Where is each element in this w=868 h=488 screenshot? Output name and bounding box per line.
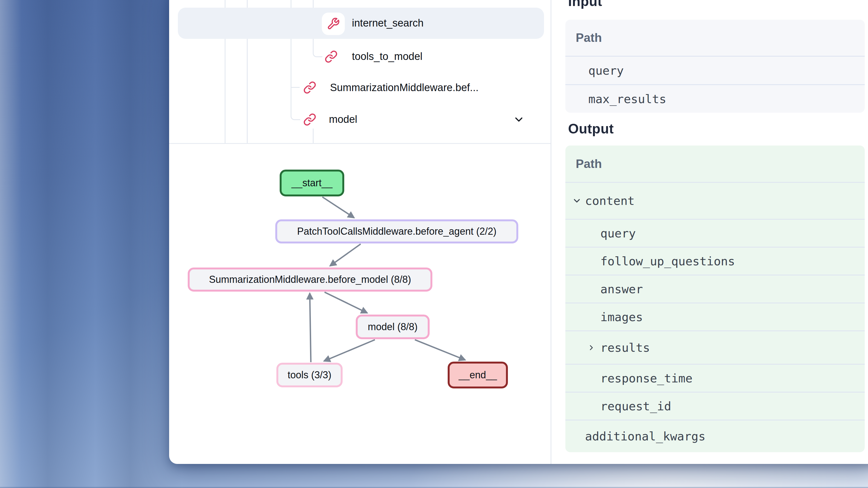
graph-edge — [324, 292, 367, 313]
tree-guide — [313, 129, 314, 143]
graph-edges — [169, 144, 551, 464]
tree-item-internet-search[interactable]: internet_search — [352, 8, 424, 38]
run-inspector-pane: Input Pathquerymax_results Output Pathco… — [551, 0, 868, 464]
table-row: response_time — [565, 364, 865, 392]
tree-item-tools-to-model[interactable]: tools_to_model — [352, 41, 423, 72]
window-content: internet_search tools_to_model S — [169, 0, 868, 464]
path-cell: additional_kwargs — [585, 429, 706, 443]
tree-item-summarization-middleware[interactable]: SummarizationMiddleware.bef... — [330, 72, 478, 103]
path-column-header: Path — [565, 20, 865, 56]
trace-tree: internet_search tools_to_model S — [169, 0, 551, 144]
path-cell: request_id — [600, 399, 671, 413]
chevron-right-icon[interactable] — [587, 344, 595, 352]
table-row[interactable]: results — [565, 330, 865, 364]
table-row: query — [565, 56, 865, 84]
input-path-table: Pathquerymax_results — [565, 20, 865, 113]
graph-node-model[interactable]: model (8/8) — [356, 315, 430, 339]
path-cell: query — [600, 227, 636, 240]
trace-viewer-window: internet_search tools_to_model S — [169, 0, 868, 464]
graph-node-start[interactable]: __start__ — [280, 170, 344, 196]
table-row: max_results — [565, 84, 865, 113]
graph-node-summarization-before-model[interactable]: SummarizationMiddleware.before_model (8/… — [188, 267, 432, 292]
trace-pane: internet_search tools_to_model S — [169, 0, 551, 464]
path-cell: max_results — [588, 92, 666, 106]
output-section-heading: Output — [568, 121, 614, 137]
link-icon — [303, 81, 316, 94]
table-row: follow_up_questions — [565, 247, 865, 274]
link-icon — [303, 113, 316, 126]
tree-branch-corner — [313, 44, 322, 57]
path-cell: results — [600, 341, 650, 355]
tree-branch — [291, 87, 300, 88]
path-cell: images — [600, 310, 643, 324]
graph-node-patch-before-agent[interactable]: PatchToolCallsMiddleware.before_agent (2… — [275, 219, 518, 243]
path-cell: content — [585, 194, 634, 207]
wrench-icon — [327, 17, 340, 30]
path-cell: response_time — [600, 371, 692, 385]
table-row: additional_kwargs — [565, 420, 865, 452]
path-cell: query — [588, 64, 624, 77]
table-row: request_id — [565, 392, 865, 420]
graph-edge — [324, 340, 375, 361]
graph-node-tools[interactable]: tools (3/3) — [276, 363, 343, 387]
tree-item-model[interactable]: model — [329, 104, 358, 135]
link-icon — [324, 50, 338, 63]
output-path-table: Pathcontentqueryfollow_up_questionsanswe… — [565, 145, 865, 452]
chevron-down-icon[interactable] — [513, 113, 525, 126]
graph-edge — [322, 197, 354, 218]
table-row[interactable]: content — [565, 182, 865, 219]
graph-node-end[interactable]: __end__ — [448, 362, 508, 388]
table-row: answer — [565, 274, 865, 302]
path-column-header: Path — [565, 145, 865, 182]
agent-graph: __start__ PatchToolCallsMiddleware.befor… — [169, 144, 551, 464]
graph-edge — [415, 340, 465, 360]
path-cell: answer — [600, 282, 643, 296]
table-row: query — [565, 219, 865, 247]
graph-edge — [330, 244, 361, 266]
chevron-down-icon[interactable] — [572, 196, 582, 206]
table-row: images — [565, 302, 865, 330]
path-cell: follow_up_questions — [600, 254, 735, 268]
tool-icon-badge — [322, 12, 345, 35]
graph-edge — [310, 293, 311, 362]
tree-branch-corner — [290, 107, 300, 120]
input-section-heading: Input — [568, 0, 602, 9]
